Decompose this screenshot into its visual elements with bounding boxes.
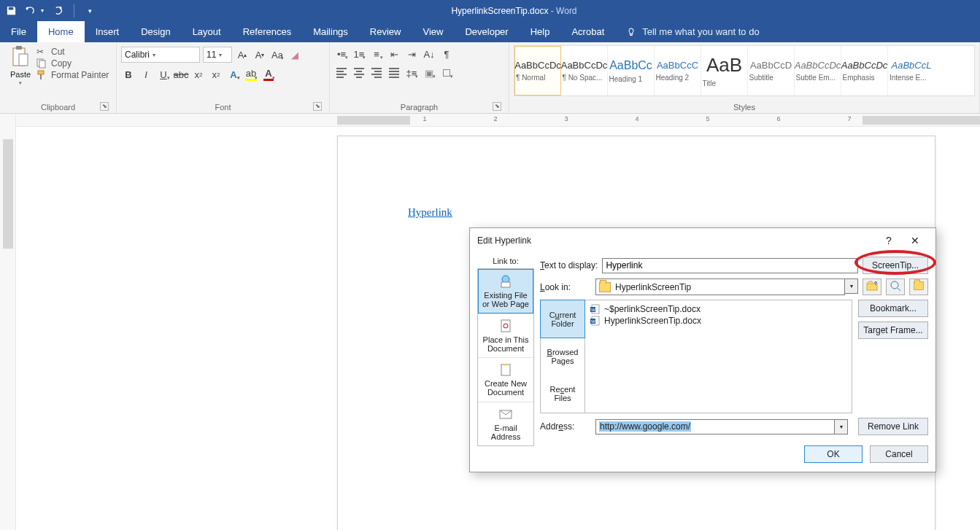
dialog-title-text: Edit Hyperlink <box>477 235 876 246</box>
tab-view[interactable]: View <box>412 21 454 42</box>
dialog-help-button[interactable]: ? <box>876 230 902 251</box>
align-left-button[interactable] <box>334 66 349 80</box>
tab-mailings[interactable]: Mailings <box>302 21 359 42</box>
link-to-label: Link to: <box>477 257 534 265</box>
increase-indent-button[interactable]: ⇥ <box>404 47 419 61</box>
file-list[interactable]: W ~$perlinkScreenTip.docx W HyperlinkScr… <box>585 300 852 413</box>
look-in-dropdown-icon[interactable]: ▾ <box>845 278 858 294</box>
align-right-button[interactable] <box>369 66 384 80</box>
redo-icon[interactable] <box>52 4 65 17</box>
dialog-close-button[interactable]: ✕ <box>902 230 928 251</box>
tab-help[interactable]: Help <box>520 21 561 42</box>
shading-button[interactable]: ▣▾ <box>422 66 436 80</box>
font-size-combo[interactable]: 11▾ <box>203 47 232 63</box>
superscript-button[interactable]: x2 <box>209 67 223 82</box>
underline-button[interactable]: U▾ <box>156 67 171 82</box>
browse-tabs: CurrentFolder BrowsedPages RecentFiles <box>540 300 585 413</box>
tab-references[interactable]: References <box>232 21 302 42</box>
bookmark-button[interactable]: Bookmark... <box>858 300 928 317</box>
tab-layout[interactable]: Layout <box>182 21 232 42</box>
browse-browsed-pages[interactable]: BrowsedPages <box>541 338 584 375</box>
link-to-list: Existing File or Web Page Place in This … <box>477 268 534 446</box>
bullets-button[interactable]: •≡▾ <box>334 47 349 61</box>
style-subtitle[interactable]: AaBbCcDSubtitle <box>748 46 795 96</box>
browse-recent-files[interactable]: RecentFiles <box>541 375 584 413</box>
font-color-button[interactable]: A▾ <box>261 67 276 82</box>
clipboard-launcher-icon[interactable]: ⬊ <box>100 102 109 111</box>
bold-button[interactable]: B <box>121 67 136 82</box>
tab-review[interactable]: Review <box>359 21 412 42</box>
tab-acrobat[interactable]: Acrobat <box>560 21 615 42</box>
list-item[interactable]: W HyperlinkScreenTip.docx <box>588 315 849 327</box>
linkto-place-in-doc[interactable]: Place in This Document <box>478 313 533 357</box>
style-intense-emphasis[interactable]: AaBbCcLIntense E... <box>888 46 935 96</box>
ok-button[interactable]: OK <box>804 445 863 463</box>
save-icon[interactable] <box>4 4 18 17</box>
hyperlink-text[interactable]: Hyperlink <box>408 206 452 219</box>
list-item[interactable]: W ~$perlinkScreenTip.docx <box>588 303 849 315</box>
linkto-create-new[interactable]: Create New Document <box>478 357 533 401</box>
grow-font-button[interactable]: A▴ <box>235 47 250 62</box>
look-in-combo[interactable]: HyperlinkScreenTip <box>595 278 845 295</box>
decrease-indent-button[interactable]: ⇤ <box>387 47 401 61</box>
shrink-font-button[interactable]: A▾ <box>252 47 267 62</box>
justify-button[interactable] <box>387 66 401 80</box>
target-frame-button[interactable]: Target Frame... <box>858 321 928 339</box>
remove-link-button[interactable]: Remove Link <box>858 418 928 435</box>
font-launcher-icon[interactable]: ⬊ <box>313 102 322 111</box>
screentip-button[interactable]: ScreenTip... <box>863 257 928 274</box>
align-center-button[interactable] <box>352 66 366 80</box>
style-heading2[interactable]: AaBbCcCHeading 2 <box>655 46 701 96</box>
horizontal-ruler[interactable]: 1 2 3 4 5 6 7 <box>16 114 980 127</box>
cut-button[interactable]: ✂Cut <box>36 47 109 57</box>
browse-current-folder[interactable]: CurrentFolder <box>540 300 585 338</box>
style-no-spacing[interactable]: AaBbCcDc¶ No Spac... <box>561 46 608 96</box>
customize-qat-icon[interactable]: ▾ <box>83 4 96 17</box>
cancel-button[interactable]: Cancel <box>870 445 928 463</box>
paste-button[interactable]: Paste ▾ <box>4 45 36 86</box>
multilevel-button[interactable]: ≡▾ <box>369 47 384 61</box>
paragraph-launcher-icon[interactable]: ⬊ <box>493 102 501 111</box>
show-marks-button[interactable]: ¶ <box>439 47 454 61</box>
font-name-combo[interactable]: Calibri▾ <box>121 47 200 63</box>
tab-insert[interactable]: Insert <box>85 21 131 42</box>
subscript-button[interactable]: x2 <box>191 67 206 82</box>
linkto-existing-file[interactable]: Existing File or Web Page <box>478 269 533 313</box>
dialog-titlebar[interactable]: Edit Hyperlink ? ✕ <box>470 228 935 252</box>
tab-home[interactable]: Home <box>37 21 85 42</box>
italic-button[interactable]: I <box>139 67 153 82</box>
up-one-level-button[interactable] <box>863 278 881 295</box>
address-dropdown-icon[interactable]: ▾ <box>835 419 848 434</box>
style-normal[interactable]: AaBbCcDc¶ Normal <box>514 46 561 96</box>
style-subtle-emphasis[interactable]: AaBbCcDcSubtle Em... <box>795 46 841 96</box>
borders-button[interactable]: ▾ <box>439 66 454 80</box>
browse-file-button[interactable] <box>909 278 928 295</box>
text-to-display-input[interactable] <box>602 258 858 273</box>
address-input[interactable]: http://www.google.com/ <box>595 419 835 434</box>
change-case-button[interactable]: Aa▾ <box>270 47 285 62</box>
highlight-button[interactable]: ab▾ <box>244 67 258 82</box>
copy-button[interactable]: Copy <box>36 58 109 69</box>
sort-button[interactable]: A↓ <box>422 47 436 61</box>
browse-web-button[interactable] <box>886 278 905 295</box>
undo-dropdown-icon[interactable]: ▾ <box>41 7 46 14</box>
line-spacing-button[interactable]: ‡≡▾ <box>404 66 419 80</box>
vertical-ruler[interactable] <box>0 114 16 530</box>
clear-formatting-button[interactable]: ◢ <box>288 47 302 62</box>
style-title[interactable]: AaBTitle <box>701 46 748 96</box>
undo-icon[interactable] <box>23 4 36 17</box>
quick-access-toolbar: ▾ ▾ <box>4 4 96 17</box>
format-painter-button[interactable]: Format Painter <box>36 70 109 80</box>
text-effects-button[interactable]: A▾ <box>226 67 241 82</box>
tab-file[interactable]: File <box>0 21 37 42</box>
style-heading1[interactable]: AaBbCcHeading 1 <box>608 46 655 96</box>
word-doc-icon: W <box>590 316 600 326</box>
styles-gallery[interactable]: AaBbCcDc¶ Normal AaBbCcDc¶ No Spac... Aa… <box>514 45 975 96</box>
linkto-email[interactable]: E-mail Address <box>478 402 533 445</box>
tab-design[interactable]: Design <box>130 21 181 42</box>
tab-developer[interactable]: Developer <box>454 21 519 42</box>
numbering-button[interactable]: 1≡▾ <box>352 47 366 61</box>
tell-me[interactable]: Tell me what you want to do <box>615 21 759 42</box>
strikethrough-button[interactable]: abc <box>174 67 188 82</box>
style-emphasis[interactable]: AaBbCcDcEmphasis <box>841 46 888 96</box>
